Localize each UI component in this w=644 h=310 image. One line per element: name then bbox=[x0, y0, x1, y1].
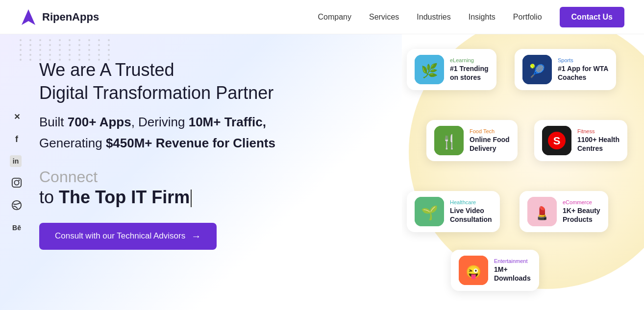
ecommerce-title: 1K+ BeautyProducts bbox=[563, 206, 600, 224]
sports-info: Sports #1 App for WTACoaches bbox=[558, 57, 608, 82]
entertainment-tag: Entertainment bbox=[494, 258, 531, 264]
app-card-fitness: S Fitness 1100+ HealthCentres bbox=[534, 120, 627, 161]
app-card-healthcare: 🌱 Healthcare Live VideoConsultation bbox=[407, 191, 500, 232]
svg-text:💄: 💄 bbox=[534, 205, 550, 221]
ecommerce-info: eCommerce 1K+ BeautyProducts bbox=[563, 199, 600, 224]
cta-button[interactable]: Consult with our Technical Advisors → bbox=[39, 223, 217, 250]
hero-text: We are A Trusted Digital Transformation … bbox=[39, 59, 382, 250]
foodtech-info: Food Tech Online FoodDelivery bbox=[470, 128, 510, 153]
logo-icon bbox=[20, 8, 37, 26]
svg-text:S: S bbox=[553, 135, 561, 147]
fitness-title: 1100+ HealthCentres bbox=[577, 135, 619, 153]
healthcare-icon: 🌱 bbox=[415, 197, 444, 226]
nav-item-industries[interactable]: Industries bbox=[417, 13, 450, 22]
app-card-ecommerce: 💄 eCommerce 1K+ BeautyProducts bbox=[520, 191, 608, 232]
connect-line: Connect bbox=[39, 167, 382, 186]
social-icons: ✕ f in Bē bbox=[10, 110, 24, 235]
x-twitter-icon[interactable]: ✕ bbox=[10, 110, 24, 124]
connect-section: Connect to The Top IT Firm bbox=[39, 167, 382, 209]
elearning-icon: 🌿 bbox=[415, 55, 444, 84]
hero-stats-1: Built 700+ Apps, Deriving 10M+ Traffic, bbox=[39, 113, 382, 132]
svg-point-4 bbox=[12, 200, 21, 209]
dribbble-icon[interactable] bbox=[10, 198, 24, 212]
hero-line-2: Digital Transformation Partner bbox=[39, 82, 382, 105]
entertainment-icon: 😜 bbox=[459, 256, 488, 285]
dot-pattern-1: for(let i=0;i<50;i++) document.write('<d… bbox=[20, 39, 115, 61]
elearning-tag: eLearning bbox=[450, 57, 489, 63]
elearning-title: #1 Trendingon stores bbox=[450, 64, 489, 82]
behance-icon[interactable]: Bē bbox=[10, 221, 24, 235]
nav-item-company[interactable]: Company bbox=[318, 13, 351, 22]
linkedin-icon[interactable]: in bbox=[10, 155, 22, 167]
entertainment-info: Entertainment 1M+Downloads bbox=[494, 258, 531, 283]
svg-text:😜: 😜 bbox=[466, 264, 482, 280]
fitness-info: Fitness 1100+ HealthCentres bbox=[577, 128, 619, 153]
svg-text:🍴: 🍴 bbox=[441, 134, 458, 150]
healthcare-info: Healthcare Live VideoConsultation bbox=[450, 199, 492, 224]
sports-title: #1 App for WTACoaches bbox=[558, 64, 608, 82]
entertainment-title: 1M+Downloads bbox=[494, 265, 531, 283]
sports-icon: 🎾 bbox=[522, 55, 552, 84]
app-showcase: 🌿 eLearning #1 Trendingon stores 🎾 bbox=[402, 34, 644, 310]
svg-marker-0 bbox=[22, 9, 35, 25]
text-cursor bbox=[191, 190, 192, 207]
app-card-foodtech: 🍴 Food Tech Online FoodDelivery bbox=[426, 120, 518, 161]
hero-line-1: We are A Trusted bbox=[39, 59, 382, 82]
nav-item-services[interactable]: Services bbox=[369, 13, 399, 22]
fitness-icon: S bbox=[542, 126, 571, 155]
header: RipenApps Company Services Industries In… bbox=[0, 0, 644, 34]
app-card-elearning: 🌿 eLearning #1 Trendingon stores bbox=[407, 49, 496, 90]
foodtech-title: Online FoodDelivery bbox=[470, 135, 510, 153]
ecommerce-tag: eCommerce bbox=[563, 199, 600, 205]
healthcare-tag: Healthcare bbox=[450, 199, 492, 205]
foodtech-tag: Food Tech bbox=[470, 128, 510, 134]
facebook-icon[interactable]: f bbox=[10, 133, 24, 146]
logo[interactable]: RipenApps bbox=[20, 8, 99, 26]
cta-label: Consult with our Technical Advisors bbox=[55, 231, 185, 241]
nav-item-insights[interactable]: Insights bbox=[469, 13, 495, 22]
arrow-icon: → bbox=[191, 231, 201, 242]
hero-section: for(let i=0;i<50;i++) document.write('<d… bbox=[0, 34, 402, 310]
app-cards-container: 🌿 eLearning #1 Trendingon stores 🎾 bbox=[402, 34, 644, 310]
svg-point-3 bbox=[19, 179, 20, 181]
nav-item-portfolio[interactable]: Portfolio bbox=[513, 13, 542, 22]
instagram-icon[interactable] bbox=[10, 176, 24, 190]
foodtech-icon: 🍴 bbox=[434, 126, 464, 155]
main-content: for(let i=0;i<50;i++) document.write('<d… bbox=[0, 34, 644, 310]
app-card-entertainment: 😜 Entertainment 1M+Downloads bbox=[451, 250, 539, 291]
sports-tag: Sports bbox=[558, 57, 608, 63]
elearning-info: eLearning #1 Trendingon stores bbox=[450, 57, 489, 82]
svg-text:🎾: 🎾 bbox=[529, 63, 545, 79]
svg-text:🌱: 🌱 bbox=[421, 205, 438, 221]
contact-button[interactable]: Contact Us bbox=[560, 7, 624, 27]
logo-text: RipenApps bbox=[42, 11, 99, 24]
hero-stats-2: Generating $450M+ Revenue for Clients bbox=[39, 134, 382, 153]
svg-rect-1 bbox=[12, 178, 21, 187]
fitness-tag: Fitness bbox=[577, 128, 619, 134]
ecommerce-icon: 💄 bbox=[527, 197, 557, 226]
top-firm-line: to The Top IT Firm bbox=[39, 186, 382, 209]
main-nav: Company Services Industries Insights Por… bbox=[318, 7, 624, 27]
svg-point-2 bbox=[14, 180, 19, 185]
app-card-sports: 🎾 Sports #1 App for WTACoaches bbox=[515, 49, 616, 90]
healthcare-title: Live VideoConsultation bbox=[450, 206, 492, 224]
svg-text:🌿: 🌿 bbox=[421, 63, 438, 79]
